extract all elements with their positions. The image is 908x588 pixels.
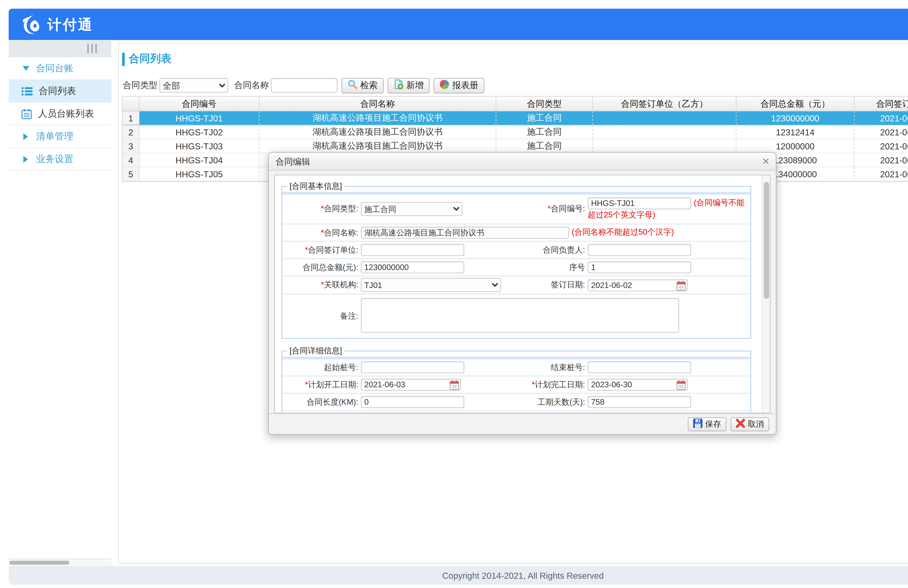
form-row: *计划开工日期: *计划完工日期: <box>282 377 750 394</box>
contract-code-input[interactable] <box>588 197 691 209</box>
contract-type-filter-select[interactable]: 全部 <box>159 78 228 93</box>
sidebar-item-personnel-ledger[interactable]: 人员台账列表 <box>9 103 111 125</box>
scrollbar-thumb[interactable] <box>764 182 769 299</box>
screen: 计付通 通知 <box>0 0 908 588</box>
report-button[interactable]: 报表册 <box>434 78 484 93</box>
date-cell: 2021-06-02 <box>855 111 908 124</box>
sidebar-header <box>9 40 111 57</box>
scrollbar-thumb[interactable] <box>9 561 69 565</box>
app-window: 计付通 通知 <box>9 9 908 585</box>
party-cell <box>593 111 737 124</box>
plan-start-input[interactable] <box>361 379 461 391</box>
amount-cell: 1230000000 <box>737 111 855 124</box>
days-label: 工期天数(天): <box>508 396 588 408</box>
contract-edit-dialog: 合同编辑 ✕ [合同基本信息] *合同类型: 施工合同 *合同编号: (合同编号… <box>268 152 776 435</box>
add-button[interactable]: 新增 <box>388 78 430 93</box>
date-cell: 2021-06-02 <box>855 167 908 181</box>
clipboard-icon <box>21 108 32 119</box>
column-header[interactable]: 合同签订单位（乙方） <box>593 97 737 111</box>
contract-type-select[interactable]: 施工合同 <box>361 202 462 216</box>
length-label: 合同长度(KM): <box>282 396 361 408</box>
length-input[interactable] <box>361 396 464 408</box>
dialog-title-bar[interactable]: 合同编辑 ✕ <box>269 153 776 170</box>
logo-icon <box>20 14 42 35</box>
sidebar-item-list-management[interactable]: 清单管理 <box>9 125 111 148</box>
contract-name-input[interactable] <box>361 227 569 239</box>
search-button[interactable]: 检索 <box>341 78 383 93</box>
sign-unit-label: *合同签订单位: <box>282 244 361 255</box>
contract-name-filter-label: 合同名称 <box>234 79 269 91</box>
sequence-label: 序号 <box>508 262 588 273</box>
sidebar-item-contract-list[interactable]: 合同列表 <box>9 80 111 103</box>
table-row[interactable]: 2 HHGS-TJ02 湖杭高速公路项目施工合同协议书 施工合同 1231241… <box>123 125 908 140</box>
list-icon <box>21 87 33 96</box>
form-row: *合同名称: (合同名称不能超过50个汉字) <box>282 225 750 242</box>
table-row[interactable]: 3 HHGS-TJ03 湖杭高速公路项目施工合同协议书 施工合同 1200000… <box>123 140 908 153</box>
form-row: 起始桩号: 结束桩号: <box>282 359 750 377</box>
brand: 计付通 <box>20 14 93 35</box>
sequence-input[interactable] <box>588 261 691 273</box>
end-stake-input[interactable] <box>588 361 691 373</box>
form-row: 备注: <box>282 295 750 338</box>
table-header-row: 合同编号 合同名称 合同类型 合同签订单位（乙方） 合同总金额（元） 合同签订日… <box>123 97 908 111</box>
cancel-button[interactable]: 取消 <box>730 417 769 431</box>
contract-code-cell: HHGS-TJ05 <box>140 167 259 181</box>
contract-name-cell: 湖杭高速公路项目施工合同协议书 <box>259 111 496 124</box>
start-stake-label: 起始桩号: <box>282 362 361 373</box>
dialog-vertical-scrollbar[interactable] <box>762 175 770 413</box>
total-amount-input[interactable] <box>361 261 464 273</box>
contract-type-cell: 施工合同 <box>496 140 593 153</box>
manager-input[interactable] <box>588 244 691 256</box>
caret-right-icon <box>23 133 28 140</box>
sidebar-item-contract-ledger[interactable]: 合同台账 <box>9 57 111 80</box>
sidebar-item-label: 业务设置 <box>36 153 73 165</box>
search-icon <box>348 79 357 91</box>
section-accent-band <box>282 357 750 359</box>
add-doc-icon <box>393 79 404 91</box>
days-input[interactable] <box>588 396 691 408</box>
contract-name-hint: (合同名称不能超过50个汉字) <box>572 227 674 237</box>
column-header[interactable]: 合同总金额（元） <box>737 97 855 111</box>
save-button[interactable]: 保存 <box>688 417 726 431</box>
sidebar-item-label: 合同列表 <box>39 85 76 97</box>
dialog-title: 合同编辑 <box>275 157 310 167</box>
end-stake-label: 结束桩号: <box>508 362 588 373</box>
remark-textarea[interactable] <box>361 298 679 333</box>
column-header[interactable]: 合同名称 <box>259 97 496 111</box>
row-index: 2 <box>123 125 140 139</box>
collapse-handle-icon[interactable] <box>87 44 97 53</box>
section-accent-band <box>282 192 750 195</box>
related-org-label: *关联机构: <box>282 279 361 291</box>
filter-bar: 合同类型 全部 合同名称 检索 <box>123 77 484 93</box>
sign-unit-input[interactable] <box>361 244 464 256</box>
party-cell <box>593 125 737 139</box>
dialog-footer: 保存 取消 <box>269 413 776 434</box>
column-header[interactable]: 合同签订日期 <box>855 97 908 111</box>
contract-code-cell: HHGS-TJ01 <box>140 111 259 124</box>
form-row: 合同总金额(元): 序号 <box>282 259 750 277</box>
form-row: *关联机构: TJ01 签订日期: <box>282 276 750 294</box>
row-index: 1 <box>123 111 140 124</box>
start-stake-input[interactable] <box>361 361 464 373</box>
close-icon[interactable]: ✕ <box>762 156 770 167</box>
row-index: 4 <box>123 153 140 167</box>
contract-name-cell: 湖杭高速公路项目施工合同协议书 <box>259 140 496 153</box>
sidebar-item-label: 清单管理 <box>36 130 73 142</box>
contract-name-filter-input[interactable] <box>271 78 337 93</box>
plan-end-label: *计划完工日期: <box>508 379 588 390</box>
sign-date-input[interactable] <box>588 279 688 291</box>
related-org-select[interactable]: TJ01 <box>361 278 501 292</box>
sidebar-horizontal-scrollbar[interactable] <box>9 559 111 566</box>
sign-date-label: 签订日期: <box>508 279 588 291</box>
contract-name-label: *合同名称: <box>282 227 361 238</box>
contract-code-cell: HHGS-TJ02 <box>140 125 259 139</box>
date-cell: 2021-06-02 <box>855 140 908 153</box>
column-header[interactable]: 合同编号 <box>140 97 259 111</box>
column-header[interactable]: 合同类型 <box>496 97 593 111</box>
section-legend: [合同基本信息] <box>288 181 344 192</box>
section-legend: [合同详细信息] <box>288 345 344 357</box>
save-icon <box>693 418 702 430</box>
plan-end-input[interactable] <box>588 379 688 391</box>
sidebar-item-business-settings[interactable]: 业务设置 <box>9 148 111 171</box>
table-row[interactable]: 1 HHGS-TJ01 湖杭高速公路项目施工合同协议书 施工合同 1230000… <box>123 111 908 125</box>
